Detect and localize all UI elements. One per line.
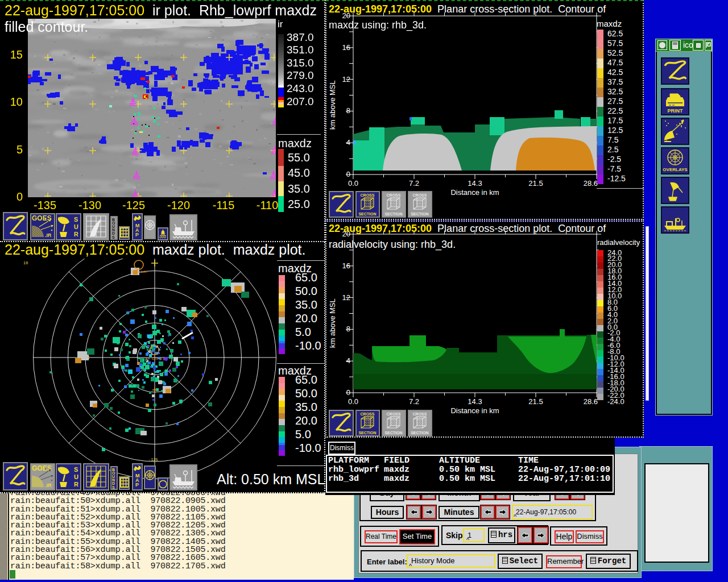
svg-text:CROSS: CROSS: [387, 412, 401, 416]
svg-text:8: 8: [346, 325, 350, 333]
svg-text:SECTION: SECTION: [358, 212, 376, 216]
svg-text:10: 10: [23, 261, 28, 265]
svg-text:U: U: [74, 473, 78, 480]
svg-text:GOES: GOES: [32, 464, 52, 472]
svg-text:4: 4: [346, 356, 350, 365]
svg-text:21.5: 21.5: [528, 179, 543, 188]
svg-text:SECTION: SECTION: [411, 212, 428, 216]
svg-text:wheelmkr: wheelmkr: [132, 270, 148, 274]
svg-text:P: P: [135, 232, 139, 238]
svg-text:D: D: [112, 481, 115, 485]
svg-text:P: P: [135, 482, 139, 488]
svg-text:0.0: 0.0: [348, 397, 358, 406]
svg-text:S: S: [112, 485, 115, 489]
svg-text:SECTION: SECTION: [384, 431, 402, 435]
svg-text:16: 16: [342, 261, 350, 270]
svg-text:Distance in km: Distance in km: [450, 406, 499, 415]
svg-text:R: R: [74, 481, 78, 488]
svg-text:-125: -125: [148, 458, 158, 462]
svg-text:CROSS: CROSS: [413, 412, 427, 416]
svg-text:14.3: 14.3: [468, 179, 482, 188]
svg-text:CROSS: CROSS: [361, 193, 375, 197]
svg-text:GOES: GOES: [32, 214, 52, 222]
svg-text:R: R: [74, 231, 78, 238]
svg-text:CROSS: CROSS: [413, 193, 427, 197]
svg-text:b<-125-8: b<-125-8: [146, 357, 162, 361]
svg-text:8: 8: [346, 106, 350, 115]
svg-text:km above MSL: km above MSL: [328, 298, 337, 348]
svg-text:S: S: [74, 216, 78, 223]
svg-text:D: D: [112, 231, 115, 235]
svg-text:0: 0: [346, 388, 350, 397]
svg-text:7.2: 7.2: [409, 179, 419, 188]
svg-text:U: U: [74, 223, 78, 230]
svg-text:PRINT: PRINT: [668, 108, 684, 114]
svg-text:0.0: 0.0: [348, 179, 358, 188]
svg-text:12: 12: [342, 75, 350, 84]
svg-text:SECTION: SECTION: [384, 212, 402, 216]
svg-text:S: S: [74, 466, 78, 473]
svg-text:4: 4: [346, 138, 350, 147]
svg-text:7.2: 7.2: [409, 397, 419, 406]
svg-text:OVERLAYS: OVERLAYS: [663, 167, 688, 172]
svg-text:CROSS: CROSS: [387, 193, 401, 197]
svg-text:14.3: 14.3: [468, 397, 482, 406]
svg-text:Distance in km: Distance in km: [450, 188, 499, 197]
svg-text:16: 16: [342, 43, 350, 52]
svg-text:.IR: .IR: [45, 232, 52, 238]
svg-text:21.5: 21.5: [528, 397, 543, 406]
svg-text:CROSS: CROSS: [361, 412, 375, 416]
svg-text:12: 12: [342, 293, 350, 302]
svg-text:.IR: .IR: [45, 483, 52, 488]
svg-text:28.6: 28.6: [584, 397, 598, 406]
svg-text:SECTION: SECTION: [358, 431, 376, 435]
svg-text:km above MSL: km above MSL: [328, 80, 337, 130]
svg-text:0: 0: [346, 170, 350, 178]
svg-text:28.6: 28.6: [584, 179, 598, 188]
svg-text:SECTION: SECTION: [411, 431, 428, 435]
svg-text:S: S: [112, 235, 115, 239]
